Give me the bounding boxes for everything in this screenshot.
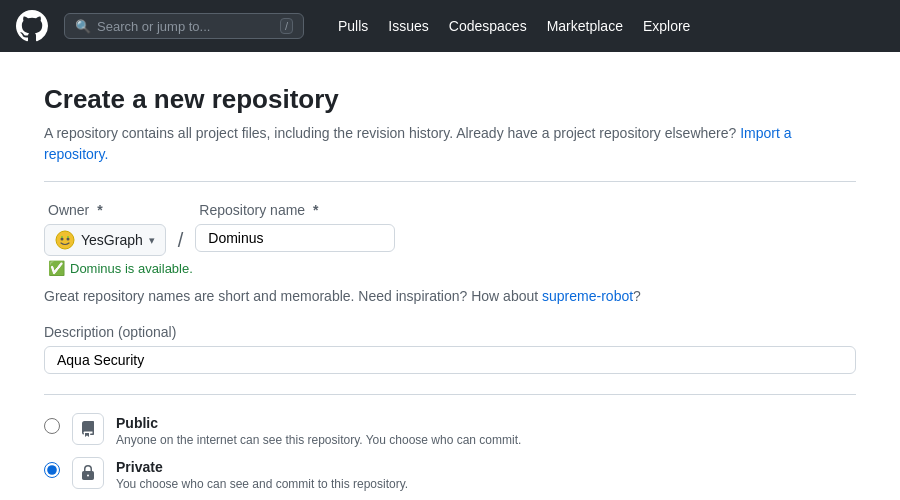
owner-repo-row: Owner * YesGraph ▾ / Repositor (44, 202, 856, 256)
svg-point-0 (56, 231, 74, 249)
owner-select[interactable]: YesGraph ▾ (44, 224, 166, 256)
nav-link-explore[interactable]: Explore (633, 12, 700, 40)
section-divider (44, 181, 856, 182)
visibility-public-radio[interactable] (44, 418, 60, 434)
svg-point-3 (61, 236, 63, 238)
chevron-down-icon: ▾ (149, 234, 155, 247)
owner-name: YesGraph (81, 232, 143, 248)
visibility-private-item: Private You choose who can see and commi… (44, 459, 856, 491)
suggestion-link[interactable]: supreme-robot (542, 288, 633, 304)
check-circle-icon: ✅ (48, 260, 65, 276)
repo-name-input[interactable] (195, 224, 395, 252)
navbar: 🔍 Search or jump to... / Pulls Issues Co… (0, 0, 900, 52)
page-subtitle: A repository contains all project files,… (44, 123, 856, 165)
subtitle-text: A repository contains all project files,… (44, 125, 736, 141)
nav-link-pulls[interactable]: Pulls (328, 12, 378, 40)
svg-point-4 (67, 236, 69, 238)
search-kbd: / (280, 18, 293, 34)
description-group: Description (optional) (44, 324, 856, 374)
public-radio-content: Public Anyone on the internet can see th… (116, 415, 521, 447)
nav-link-marketplace[interactable]: Marketplace (537, 12, 633, 40)
repo-name-label: Repository name * (195, 202, 395, 218)
visibility-public-item: Public Anyone on the internet can see th… (44, 415, 856, 447)
owner-label: Owner * (44, 202, 166, 218)
private-radio-content: Private You choose who can see and commi… (116, 459, 408, 491)
inspiration-text: Great repository names are short and mem… (44, 288, 856, 304)
nav-link-codespaces[interactable]: Codespaces (439, 12, 537, 40)
search-placeholder: Search or jump to... (97, 19, 274, 34)
nav-links: Pulls Issues Codespaces Marketplace Expl… (328, 12, 700, 40)
search-bar[interactable]: 🔍 Search or jump to... / (64, 13, 304, 39)
public-icon (72, 413, 104, 445)
page-title: Create a new repository (44, 84, 856, 115)
nav-link-issues[interactable]: Issues (378, 12, 438, 40)
owner-group: Owner * YesGraph ▾ (44, 202, 166, 256)
visibility-options: Public Anyone on the internet can see th… (44, 415, 856, 491)
github-logo[interactable] (16, 10, 48, 42)
path-separator: / (178, 230, 184, 250)
visibility-divider (44, 394, 856, 395)
repo-name-group: Repository name * (195, 202, 395, 252)
private-desc: You choose who can see and commit to thi… (116, 477, 408, 491)
owner-avatar (55, 230, 75, 250)
search-icon: 🔍 (75, 19, 91, 34)
public-desc: Anyone on the internet can see this repo… (116, 433, 521, 447)
availability-text: Dominus is available. (70, 261, 193, 276)
main-content: Create a new repository A repository con… (20, 52, 880, 500)
description-label: Description (optional) (44, 324, 856, 340)
private-icon (72, 457, 104, 489)
visibility-private-radio[interactable] (44, 462, 60, 478)
description-input[interactable] (44, 346, 856, 374)
availability-message: ✅ Dominus is available. (48, 260, 856, 276)
public-title: Public (116, 415, 521, 431)
private-title: Private (116, 459, 408, 475)
